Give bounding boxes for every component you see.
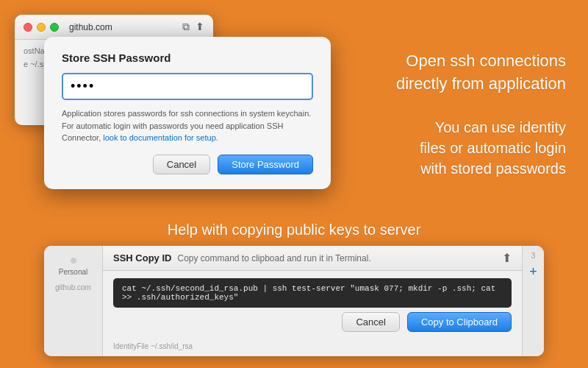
bottom-section: Help with copying public keys to server … bbox=[0, 222, 588, 368]
modal-description: Application stores passwords for ssh con… bbox=[62, 107, 313, 144]
copy-right-stub: 3 + bbox=[522, 246, 544, 356]
ssh-command-box[interactable]: cat ~/.ssh/second_id_rsa.pub | ssh test-… bbox=[113, 278, 512, 308]
window-copy-icon[interactable]: ⧉ bbox=[182, 21, 190, 33]
modal-buttons: Cancel Store Password bbox=[62, 155, 313, 174]
bottom-identity-row: IdentityFile ~/.ssh/id_rsa bbox=[103, 339, 522, 356]
password-input[interactable] bbox=[62, 73, 313, 100]
cancel-button[interactable]: Cancel bbox=[153, 155, 210, 174]
store-password-modal: Store SSH Password Application stores pa… bbox=[44, 37, 331, 189]
copy-window-buttons: Cancel Copy to Clipboard bbox=[103, 312, 522, 339]
traffic-light-red[interactable] bbox=[24, 23, 32, 32]
store-password-button[interactable]: Store Password bbox=[218, 155, 313, 174]
copy-sidebar: Personal github.com bbox=[44, 246, 103, 356]
traffic-light-yellow[interactable] bbox=[37, 23, 46, 32]
sidebar-github-url: github.com bbox=[55, 283, 91, 291]
copy-cancel-button[interactable]: Cancel bbox=[342, 312, 399, 332]
copy-main-header: SSH Copy ID Copy command to clipboad and… bbox=[103, 246, 522, 271]
copy-command-area: cat ~/.ssh/second_id_rsa.pub | ssh test-… bbox=[103, 271, 522, 312]
sidebar-dot bbox=[71, 258, 76, 263]
plus-icon[interactable]: + bbox=[529, 264, 537, 280]
stub-number: 3 bbox=[531, 252, 536, 260]
ssh-copy-id-desc: Copy command to clipboad and run it in T… bbox=[177, 253, 370, 263]
share-icon[interactable]: ⬆ bbox=[502, 251, 512, 265]
ssh-copy-window: Personal github.com SSH Copy ID Copy com… bbox=[44, 246, 544, 356]
modal-title: Store SSH Password bbox=[62, 52, 313, 64]
window-share-icon[interactable]: ⬆ bbox=[196, 21, 204, 33]
bottom-heading: Help with copying public keys to server bbox=[168, 222, 421, 238]
window-url: github.com bbox=[69, 22, 112, 32]
window-icon-group: ⧉ ⬆ bbox=[182, 21, 204, 33]
ssh-copy-id-title: SSH Copy ID bbox=[113, 252, 171, 263]
bg-window-titlebar: github.com ⧉ ⬆ bbox=[15, 15, 213, 40]
documentation-link[interactable]: look to documentation for setup bbox=[103, 133, 215, 142]
traffic-light-green[interactable] bbox=[50, 23, 59, 32]
copy-to-clipboard-button[interactable]: Copy to Clipboard bbox=[407, 312, 512, 332]
sidebar-personal-label: Personal bbox=[59, 268, 87, 276]
copy-main-content: SSH Copy ID Copy command to clipboad and… bbox=[103, 246, 522, 356]
